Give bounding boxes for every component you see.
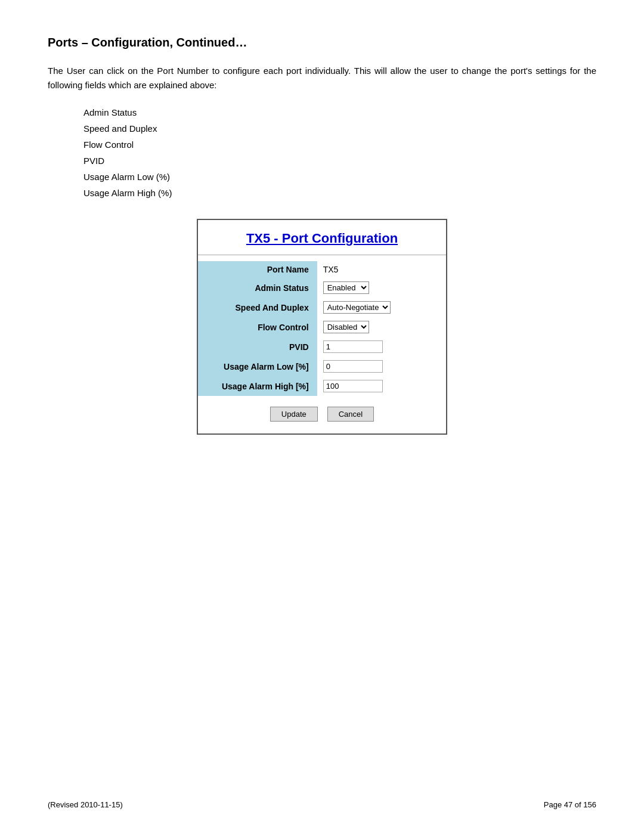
table-row: Speed And Duplex Auto-Negotiate 10M Half… [198,298,446,317]
row-value-speed-duplex: Auto-Negotiate 10M Half 10M Full 100M Ha… [317,298,446,317]
flow-control-select[interactable]: Disabled Enabled [323,321,369,333]
dialog-wrapper: TX5 - Port Configuration Port Name TX5 A… [48,219,596,435]
footer-revised: (Revised 2010-11-15) [48,800,123,809]
speed-duplex-select[interactable]: Auto-Negotiate 10M Half 10M Full 100M Ha… [323,301,391,314]
dialog-buttons: Update Cancel [198,407,446,422]
field-list-item: Flow Control [83,137,596,153]
row-label-usage-alarm-high: Usage Alarm High [%] [198,376,317,396]
row-value-admin-status: Enabled Disabled [317,278,446,298]
cancel-button[interactable]: Cancel [327,407,374,422]
usage-alarm-high-input[interactable] [323,380,383,392]
row-value-usage-alarm-high [317,376,446,396]
field-list-item: Usage Alarm Low (%) [83,169,596,185]
table-row: Flow Control Disabled Enabled [198,317,446,337]
table-row: Port Name TX5 [198,261,446,278]
row-label-admin-status: Admin Status [198,278,317,298]
field-list-item: Usage Alarm High (%) [83,185,596,201]
table-row: Usage Alarm Low [%] [198,357,446,376]
dialog-table: Port Name TX5 Admin Status Enabled Disab… [198,261,446,396]
field-list-item: PVID [83,153,596,169]
row-label-flow-control: Flow Control [198,317,317,337]
field-list: Admin Status Speed and Duplex Flow Contr… [83,104,596,201]
row-label-speed-duplex: Speed And Duplex [198,298,317,317]
row-value-flow-control: Disabled Enabled [317,317,446,337]
footer-page-number: Page 47 of 156 [544,800,596,809]
page-title: Ports – Configuration, Continued… [48,36,596,49]
row-label-pvid: PVID [198,337,317,357]
page-footer: (Revised 2010-11-15) Page 47 of 156 [48,800,596,809]
dialog-title: TX5 - Port Configuration [198,220,446,255]
pvid-input[interactable] [323,340,383,353]
row-value-port-name: TX5 [317,261,446,278]
admin-status-select[interactable]: Enabled Disabled [323,281,369,294]
usage-alarm-low-input[interactable] [323,360,383,373]
update-button[interactable]: Update [270,407,318,422]
port-config-dialog: TX5 - Port Configuration Port Name TX5 A… [197,219,447,435]
field-list-item: Speed and Duplex [83,120,596,137]
intro-paragraph: The User can click on the Port Number to… [48,64,596,92]
port-name-value: TX5 [323,265,339,274]
field-list-item: Admin Status [83,104,596,120]
table-row: Admin Status Enabled Disabled [198,278,446,298]
row-value-usage-alarm-low [317,357,446,376]
row-label-port-name: Port Name [198,261,317,278]
row-label-usage-alarm-low: Usage Alarm Low [%] [198,357,317,376]
table-row: Usage Alarm High [%] [198,376,446,396]
table-row: PVID [198,337,446,357]
row-value-pvid [317,337,446,357]
